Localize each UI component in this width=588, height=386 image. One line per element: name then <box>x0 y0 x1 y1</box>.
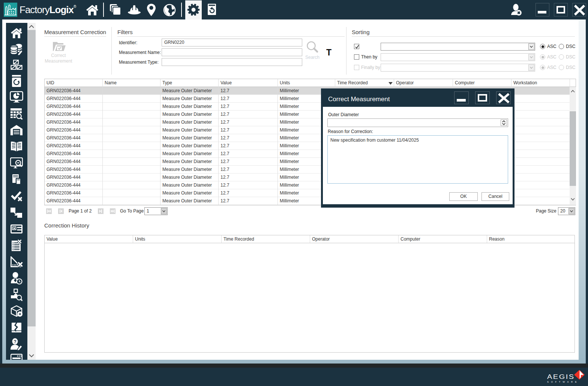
svg-text:?: ? <box>14 339 16 344</box>
